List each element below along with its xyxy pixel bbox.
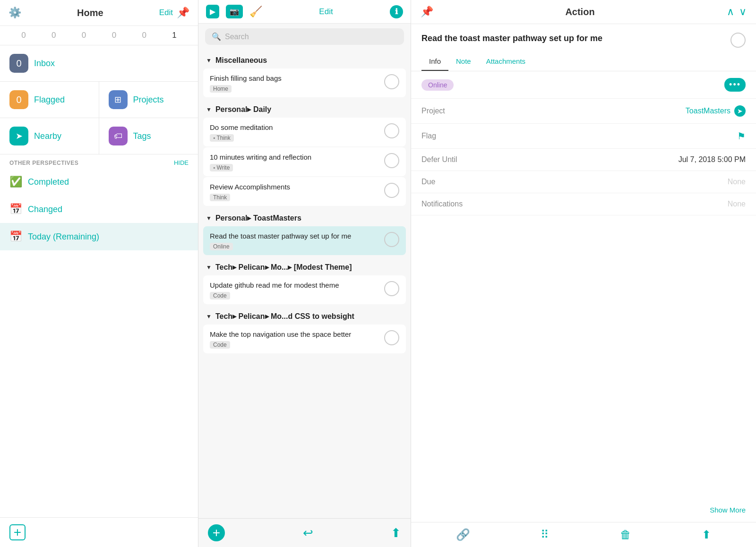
task-item[interactable]: Review Accomplishments Think <box>203 177 406 206</box>
info-button[interactable]: ℹ <box>390 5 403 18</box>
tags-icon-box: 🏷 <box>109 127 128 145</box>
undo-button[interactable]: ↩ <box>303 526 313 540</box>
badge-4: 0 <box>142 31 146 40</box>
nav-down-button[interactable]: ∨ <box>739 6 747 18</box>
section-personal-daily: ▼ Personal▸ Daily <box>198 98 411 117</box>
flag-value[interactable]: ⚑ <box>737 130 746 142</box>
section-tech-css: ▼ Tech▸ Pelican▸ Mo...d CSS to websight <box>198 305 411 324</box>
task-content: Finish filling sand bags Home <box>210 73 379 93</box>
task-list: ▼ Miscellaneous Finish filling sand bags… <box>198 50 411 518</box>
project-value[interactable]: ToastMasters ➤ <box>686 105 746 117</box>
defer-value[interactable]: Jul 7, 2018 5:00 PM <box>679 155 746 164</box>
task-item[interactable]: Update github read me for modest theme C… <box>203 275 406 304</box>
inbox-item[interactable]: 0 Inbox <box>0 45 198 82</box>
add-task-button[interactable]: + <box>208 524 225 541</box>
tags-item[interactable]: 🏷 Tags <box>99 118 198 154</box>
completed-label: Completed <box>28 177 69 187</box>
badge-0: 0 <box>21 31 26 40</box>
task-circle[interactable] <box>384 183 399 198</box>
project-link-icon[interactable]: ➤ <box>734 105 746 117</box>
section-title-tech-modest: Tech▸ Pelican▸ Mo...▸ [Modest Theme] <box>215 263 352 272</box>
projects-label: Projects <box>133 95 164 105</box>
defer-label: Defer Until <box>421 155 457 164</box>
task-tag: ▪ Write <box>210 164 233 171</box>
more-options-button[interactable]: ••• <box>724 78 746 92</box>
flagged-label: Flagged <box>34 95 65 105</box>
other-perspectives-header: OTHER PERSPECTIVES HIDE <box>0 154 198 168</box>
notifications-value[interactable]: None <box>728 200 746 208</box>
badge-3: 0 <box>112 31 116 40</box>
add-item-button[interactable]: + <box>9 524 26 540</box>
left-header: ⚙️ Home Edit 📌 <box>0 0 198 26</box>
task-circle[interactable] <box>384 232 399 247</box>
search-input[interactable]: Search <box>225 33 397 41</box>
task-item[interactable]: Make the top navigation use the space be… <box>203 325 406 353</box>
task-title: Finish filling sand bags <box>210 73 379 83</box>
left-panel: ⚙️ Home Edit 📌 0 0 0 0 0 1 0 Inbox 0 Fla… <box>0 0 198 547</box>
task-circle[interactable] <box>384 74 399 89</box>
tab-note[interactable]: Note <box>448 52 479 71</box>
changed-icon: 📅 <box>9 203 22 215</box>
task-circle[interactable] <box>384 281 399 296</box>
badge-1: 0 <box>52 31 56 40</box>
task-tag: Home <box>210 85 232 93</box>
link-icon[interactable]: 🔗 <box>456 528 470 541</box>
task-detail-circle[interactable] <box>730 33 746 48</box>
today-remaining-item[interactable]: 📅 Today (Remaining) <box>0 223 198 250</box>
task-item[interactable]: 10 minutes writing and reflection ▪ Writ… <box>203 147 406 176</box>
right-pin-icon[interactable]: 📌 <box>421 6 433 18</box>
flag-label: Flag <box>421 132 436 140</box>
flagged-item[interactable]: 0 Flagged <box>0 82 99 118</box>
tab-attachments[interactable]: Attachments <box>479 52 533 71</box>
completed-item[interactable]: ✅ Completed <box>0 168 198 196</box>
task-title: 10 minutes writing and reflection <box>210 152 379 162</box>
middle-header: ▶ 📷 🧹 Edit ℹ <box>198 0 411 24</box>
export-icon[interactable]: ⬆ <box>702 528 711 541</box>
right-bottom-bar: 🔗 ⠿ 🗑 ⬆ <box>411 522 756 547</box>
home-title: Home <box>77 8 103 18</box>
task-circle[interactable] <box>384 330 399 345</box>
section-title-toastmasters: Personal▸ ToastMasters <box>215 214 301 222</box>
middle-icon-1[interactable]: ▶ <box>206 5 219 18</box>
nav-grid: 0 Flagged ⊞ Projects ➤ Nearby 🏷 Tags <box>0 82 198 154</box>
task-title: Make the top navigation use the space be… <box>210 329 379 339</box>
due-label: Due <box>421 178 435 186</box>
task-item-selected[interactable]: Read the toast master pathway set up for… <box>203 226 406 255</box>
left-edit-button[interactable]: Edit <box>159 8 173 17</box>
right-panel: 📌 Action ∧ ∨ Read the toast master pathw… <box>411 0 756 547</box>
nearby-item[interactable]: ➤ Nearby <box>0 118 99 154</box>
hide-button[interactable]: HIDE <box>174 159 189 166</box>
pin-icon[interactable]: 📌 <box>177 7 189 19</box>
share-button[interactable]: ⬆ <box>391 526 401 540</box>
nearby-icon-box: ➤ <box>9 127 28 145</box>
section-personal-toastmasters: ▼ Personal▸ ToastMasters <box>198 207 411 225</box>
task-detail-title-text: Read the toast master pathway set up for… <box>421 33 730 44</box>
task-circle[interactable] <box>384 123 399 138</box>
badge-5: 1 <box>172 31 176 40</box>
middle-edit-button[interactable]: Edit <box>319 7 333 17</box>
flag-icon: ⚑ <box>737 130 746 142</box>
due-value[interactable]: None <box>728 178 746 186</box>
changed-item[interactable]: 📅 Changed <box>0 196 198 223</box>
projects-item[interactable]: ⊞ Projects <box>99 82 198 118</box>
section-miscellaneous: ▼ Miscellaneous <box>198 50 411 68</box>
triangle-icon: ▼ <box>206 57 212 64</box>
middle-icon-2[interactable]: 📷 <box>226 5 243 18</box>
middle-panel: ▶ 📷 🧹 Edit ℹ 🔍 Search ▼ Miscellaneous Fi… <box>198 0 411 547</box>
left-bottom-bar: + <box>0 517 198 547</box>
task-circle[interactable] <box>384 153 399 168</box>
show-more-button[interactable]: Show More <box>710 506 746 514</box>
gear-icon[interactable]: ⚙️ <box>9 7 21 19</box>
task-item[interactable]: Do some meditation ▪ Think <box>203 118 406 146</box>
task-item[interactable]: Finish filling sand bags Home <box>203 68 406 97</box>
task-tag: Online <box>210 243 233 250</box>
tab-info[interactable]: Info <box>421 52 448 71</box>
middle-icon-3[interactable]: 🧹 <box>249 6 262 18</box>
detail-tabs: Info Note Attachments <box>411 52 756 71</box>
nav-up-button[interactable]: ∧ <box>727 6 734 18</box>
inbox-label: Inbox <box>34 59 55 68</box>
triangle-icon-5: ▼ <box>206 313 212 320</box>
delete-icon[interactable]: 🗑 <box>620 528 631 541</box>
detail-tag-online[interactable]: Online <box>421 79 454 91</box>
cluster-icon[interactable]: ⠿ <box>541 528 549 541</box>
